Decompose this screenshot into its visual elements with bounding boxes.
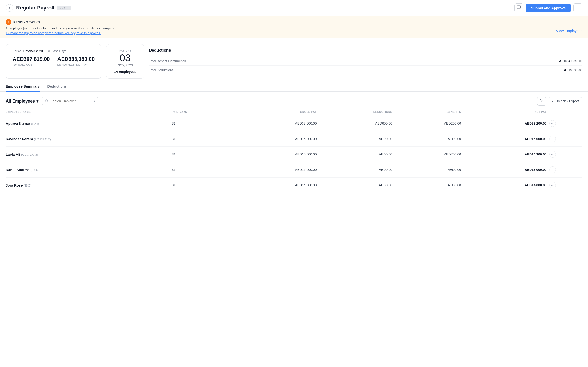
net-pay-cell: AED14,000.00	[464, 178, 549, 193]
employee-code: (EX5)	[24, 184, 32, 187]
table-col-header: DEDUCTIONS	[319, 108, 395, 116]
deductions-cell: AED0.00	[319, 178, 395, 193]
period-value: October 2023	[23, 49, 43, 53]
net-pay-cell: AED15,000.00	[464, 131, 549, 147]
benefits-cell: AED0.00	[395, 178, 464, 193]
filter-row: All Employees ▾ ▾	[0, 92, 588, 108]
deduction-row: Total Deductions AED600.00	[149, 66, 582, 74]
back-icon: ‹	[9, 6, 10, 10]
row-menu-button[interactable]: ⋯	[549, 135, 556, 142]
pending-banner-row: 1 employee(s) are not included in this p…	[6, 26, 582, 35]
payday-card: PAY DAY 03 NOV, 2023 14 Employees	[106, 44, 144, 79]
employee-name: Layla Ali	[6, 152, 20, 157]
paid-days-cell: 31	[172, 131, 235, 147]
benefits-cell: AED200.00	[395, 116, 464, 131]
row-actions-cell: ⋯	[549, 116, 582, 131]
deduction-name: Total Deductions	[149, 68, 174, 72]
pending-tasks-banner: 8 PENDING TASKS 1 employee(s) are not in…	[0, 16, 588, 38]
tab-deductions[interactable]: Deductions	[47, 84, 67, 92]
row-menu-button[interactable]: ⋯	[549, 167, 556, 173]
app-header: ‹ Regular Payroll DRAFT Submit and Appro…	[0, 0, 588, 16]
row-actions-cell: ⋯	[549, 178, 582, 193]
back-button[interactable]: ‹	[6, 4, 13, 12]
tabs-section: Employee SummaryDeductions	[0, 84, 588, 92]
payroll-cost-value: AED367,819.00	[13, 56, 50, 62]
table-col-header: NET PAY	[464, 108, 549, 116]
draft-badge: DRAFT	[57, 6, 71, 10]
deductions-title: Deductions	[149, 48, 582, 53]
net-pay-label: EMPLOYEES' NET PAY	[58, 63, 95, 66]
filter-left: All Employees ▾ ▾	[6, 97, 98, 105]
table-row: Apurva Kumar (EX1) 31 AED33,000.00 AED60…	[6, 116, 582, 131]
deductions-rows: Total Benefit Contribution AED34,039.00T…	[149, 57, 582, 74]
comment-button[interactable]	[514, 3, 523, 12]
summary-section: Period: October 2023 | 31 Base Days AED3…	[0, 38, 588, 79]
benefits-cell: AED0.00	[395, 131, 464, 147]
deduction-row: Total Benefit Contribution AED34,039.00	[149, 57, 582, 66]
paid-days-cell: 31	[172, 178, 235, 193]
row-actions-cell: ⋯	[549, 147, 582, 162]
benefits-cell: AED0.00	[395, 162, 464, 178]
row-menu-button[interactable]: ⋯	[549, 120, 556, 127]
more-options-button[interactable]: ⋯	[573, 3, 582, 12]
employee-code: (GCC DU 3)	[21, 153, 38, 157]
svg-line-1	[47, 101, 48, 102]
tabs-container: Employee SummaryDeductions	[6, 84, 67, 92]
tab-employee-summary[interactable]: Employee Summary	[6, 84, 40, 92]
import-export-button[interactable]: Import / Export	[549, 97, 582, 105]
filter-button[interactable]	[537, 97, 546, 106]
row-menu-button[interactable]: ⋯	[549, 182, 556, 189]
table-col-header: PAID DAYS	[172, 108, 235, 116]
paid-days-cell: 31	[172, 116, 235, 131]
more-icon: ⋯	[576, 6, 580, 10]
table-col-header	[549, 108, 582, 116]
svg-marker-2	[540, 99, 543, 102]
all-employees-label: All Employees	[6, 99, 35, 104]
deduction-name: Total Benefit Contribution	[149, 59, 186, 63]
pending-tasks-link[interactable]: +2 more task(s) to be completed before y…	[6, 31, 116, 35]
row-menu-button[interactable]: ⋯	[549, 151, 556, 158]
filter-icon	[540, 99, 544, 103]
all-employees-dropdown[interactable]: All Employees ▾	[6, 99, 38, 104]
employee-name: Rahul Sharma	[6, 168, 30, 172]
pending-description: 1 employee(s) are not included in this p…	[6, 26, 116, 30]
deductions-cell: AED0.00	[319, 147, 395, 162]
base-days: 31 Base Days	[47, 49, 66, 53]
search-dropdown-icon: ▾	[94, 100, 95, 103]
table-col-header: BENEFITS	[395, 108, 464, 116]
employee-code: (EX4)	[31, 168, 38, 172]
deductions-cell: AED0.00	[319, 131, 395, 147]
pending-icon: 8	[6, 19, 11, 25]
benefits-cell: AED700.00	[395, 147, 464, 162]
employee-code: (EX DIFC 2)	[34, 137, 51, 141]
payroll-cost-block: AED367,819.00 PAYROLL COST	[13, 56, 50, 66]
table-row: Jojo Rose (EX5) 31 AED14,000.00 AED0.00 …	[6, 178, 582, 193]
submit-approve-button[interactable]: Submit and Approve	[526, 4, 571, 12]
employee-name-cell: Rahul Sharma (EX4)	[6, 162, 172, 178]
net-pay-value: AED333,180.00	[58, 56, 95, 62]
payday-day: 03	[113, 53, 137, 63]
payday-month: NOV, 2023	[113, 63, 137, 67]
search-input-wrap: ▾	[42, 97, 98, 105]
search-input[interactable]	[50, 99, 92, 103]
pending-tasks-title: PENDING TASKS	[13, 20, 40, 24]
row-actions-cell: ⋯	[549, 162, 582, 178]
table-col-header: GROSS PAY	[235, 108, 319, 116]
search-icon	[45, 99, 49, 103]
pending-tasks-header: 8 PENDING TASKS	[6, 19, 582, 25]
net-pay-cell: AED14,300.00	[464, 147, 549, 162]
period-amounts: AED367,819.00 PAYROLL COST AED333,180.00…	[13, 56, 94, 66]
employee-table-wrap: EMPLOYEE NAMEPAID DAYSGROSS PAYDEDUCTION…	[0, 108, 588, 193]
dropdown-icon: ▾	[36, 99, 38, 104]
header-left: ‹ Regular Payroll DRAFT	[6, 4, 71, 12]
table-col-header: EMPLOYEE NAME	[6, 108, 172, 116]
table-row: Rahul Sharma (EX4) 31 AED16,000.00 AED0.…	[6, 162, 582, 178]
deductions-cell: AED600.00	[319, 116, 395, 131]
payroll-cost-label: PAYROLL COST	[13, 63, 50, 66]
employee-name: Ravinder Perera	[6, 137, 33, 141]
net-pay-cell: AED16,000.00	[464, 162, 549, 178]
gross-pay-cell: AED16,000.00	[235, 162, 319, 178]
row-actions-cell: ⋯	[549, 131, 582, 147]
employee-name-cell: Jojo Rose (EX5)	[6, 178, 172, 193]
view-employees-link[interactable]: View Employees	[556, 29, 582, 33]
